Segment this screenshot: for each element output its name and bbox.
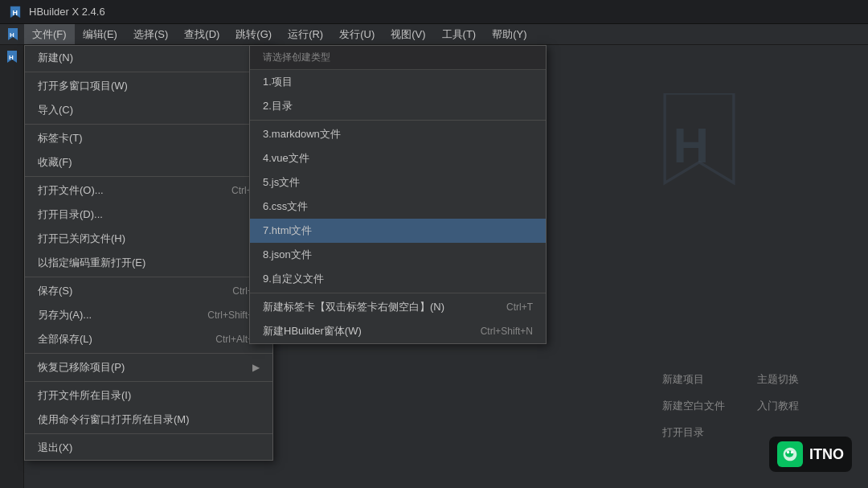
menu-logo[interactable]: H [2, 24, 24, 44]
file-menu-new-label: 新建(N) [38, 51, 73, 65]
menu-publish[interactable]: 发行(U) [331, 24, 383, 44]
new-project-btn[interactable]: 新建项目 [662, 372, 725, 387]
markdown-label: 3.markdown文件 [263, 127, 341, 141]
vue-label: 4.vue文件 [263, 151, 309, 166]
file-menu-save-all[interactable]: 全部保存(L) Ctrl+Alt+S [25, 327, 272, 351]
import-label: 导入(C) [38, 103, 73, 117]
menu-view[interactable]: 视图(V) [383, 24, 433, 44]
tab-label: 标签卡(T) [38, 131, 83, 146]
save-label: 保存(S) [38, 284, 72, 298]
file-menu-open-file[interactable]: 打开文件(O)... Ctrl+O [25, 178, 272, 203]
menu-run[interactable]: 运行(R) [280, 24, 331, 44]
file-menu-restore[interactable]: 恢复已移除项目(P) ▶ [25, 355, 272, 379]
menu-tools[interactable]: 工具(T) [434, 24, 485, 44]
open-dir-label: 打开目录(D)... [38, 207, 103, 222]
new-submenu: 请选择创建类型 1.项目 2.目录 3.markdown文件 4.vue文件 5… [249, 45, 547, 344]
file-menu-exit[interactable]: 退出(X) [25, 436, 272, 460]
submenu-directory[interactable]: 2.目录 [250, 94, 546, 118]
project-label: 1.项目 [263, 75, 293, 89]
submenu-project[interactable]: 1.项目 [250, 70, 546, 94]
svg-text:H: H [9, 54, 14, 61]
css-label: 6.css文件 [263, 199, 308, 214]
wechat-brand-text: ITNO [809, 446, 844, 463]
sep1 [25, 72, 272, 72]
submenu-html[interactable]: 7.html文件 [250, 219, 546, 243]
file-menu-open-in-explorer[interactable]: 打开文件所在目录(I) [25, 383, 272, 408]
file-menu-tab[interactable]: 标签卡(T) ▶ [25, 126, 272, 150]
sep6 [25, 381, 272, 382]
file-menu-reopen[interactable]: 以指定编码重新打开(E) ▶ [25, 251, 272, 275]
restore-label: 恢复已移除项目(P) [38, 360, 125, 375]
svg-point-8 [787, 451, 789, 453]
exit-label: 退出(X) [38, 441, 72, 455]
file-menu-save[interactable]: 保存(S) Ctrl+S [25, 279, 272, 303]
menu-help[interactable]: 帮助(Y) [484, 24, 534, 44]
submenu-new-hbuilder[interactable]: 新建HBuilder窗体(W) Ctrl+Shift+N [250, 319, 546, 343]
save-as-label: 另存为(A)... [38, 308, 92, 322]
submenu-json[interactable]: 8.json文件 [250, 243, 546, 267]
json-label: 8.json文件 [263, 248, 312, 262]
file-menu-open-closed[interactable]: 打开已关闭文件(H) ▶ [25, 227, 272, 251]
arrow-icon-8: ▶ [252, 362, 260, 373]
submenu-js[interactable]: 5.js文件 [250, 170, 546, 195]
submenu-markdown[interactable]: 3.markdown文件 [250, 122, 546, 146]
h-logo-svg: H [651, 93, 747, 190]
file-menu-save-as[interactable]: 另存为(A)... Ctrl+Shift+S [25, 303, 272, 327]
sep3 [25, 176, 272, 177]
h-logo-watermark: H [651, 93, 747, 190]
submenu-header: 请选择创建类型 [250, 46, 546, 70]
sep5 [25, 353, 272, 354]
menu-select[interactable]: 选择(S) [125, 24, 176, 44]
new-tab-shortcut: Ctrl+T [506, 301, 533, 313]
wechat-watermark: ITNO [769, 437, 852, 472]
favorites-label: 收藏(F) [38, 155, 72, 170]
new-hbuilder-label: 新建HBuilder窗体(W) [263, 324, 362, 338]
file-menu-import[interactable]: 导入(C) ▶ [25, 98, 272, 122]
svg-text:H: H [13, 9, 18, 17]
open-dir-btn[interactable]: 打开目录 [662, 425, 725, 440]
menu-file[interactable]: 文件(F) [24, 24, 75, 44]
new-tab-label: 新建标签卡【双击标签卡右侧空白】(N) [263, 300, 444, 314]
sub-sep1 [250, 120, 546, 121]
file-menu-favorites[interactable]: 收藏(F) ▶ [25, 150, 272, 174]
file-menu-open-cmd[interactable]: 使用命令行窗口打开所在目录(M) [25, 408, 272, 432]
sep4 [25, 277, 272, 277]
sep7 [25, 433, 272, 434]
file-menu-open-multi[interactable]: 打开多窗口项目(W) ▶ [25, 74, 272, 98]
file-menu-new[interactable]: 新建(N) ▶ [25, 46, 272, 70]
file-menu-open-dir[interactable]: 打开目录(D)... [25, 203, 272, 227]
app-title: HBuilder X 2.4.6 [29, 6, 105, 18]
submenu-vue[interactable]: 4.vue文件 [250, 146, 546, 170]
open-file-label: 打开文件(O)... [38, 183, 104, 198]
menu-edit[interactable]: 编辑(E) [75, 24, 125, 44]
title-bar-left: H HBuilder X 2.4.6 [8, 5, 105, 19]
custom-label: 9.自定义文件 [263, 272, 324, 286]
new-empty-file-btn[interactable]: 新建空白文件 [662, 399, 725, 413]
theme-switch-btn[interactable]: 主题切换 [757, 372, 820, 387]
menu-find[interactable]: 查找(D) [176, 24, 227, 44]
open-closed-label: 打开已关闭文件(H) [38, 232, 125, 246]
html-label: 7.html文件 [263, 223, 312, 238]
save-all-label: 全部保存(L) [38, 332, 92, 347]
js-label: 5.js文件 [263, 175, 300, 190]
menu-jump[interactable]: 跳转(G) [227, 24, 280, 44]
bottom-buttons-area: 新建项目 主题切换 新建空白文件 入门教程 打开目录 [662, 372, 820, 440]
submenu-custom[interactable]: 9.自定义文件 [250, 267, 546, 291]
hbuilder-logo: H [8, 5, 23, 19]
open-in-explorer-label: 打开文件所在目录(I) [38, 388, 131, 403]
title-bar: H HBuilder X 2.4.6 [0, 0, 868, 24]
menu-bar: H 文件(F) 编辑(E) 选择(S) 查找(D) 跳转(G) 运行(R) 发行… [0, 24, 868, 45]
sidebar-icon-1[interactable]: H [4, 49, 20, 65]
svg-text:H: H [10, 31, 14, 39]
sub-sep2 [250, 293, 546, 293]
new-hbuilder-shortcut: Ctrl+Shift+N [481, 326, 533, 337]
submenu-css[interactable]: 6.css文件 [250, 195, 546, 219]
open-multi-label: 打开多窗口项目(W) [38, 79, 128, 93]
reopen-label: 以指定编码重新打开(E) [38, 256, 145, 270]
submenu-new-tab[interactable]: 新建标签卡【双击标签卡右侧空白】(N) Ctrl+T [250, 295, 546, 319]
file-menu-dropdown: 新建(N) ▶ 打开多窗口项目(W) ▶ 导入(C) ▶ 标签卡(T) ▶ 收藏… [24, 45, 273, 461]
sep2 [25, 124, 272, 125]
sidebar: H [0, 45, 24, 488]
tutorial-btn[interactable]: 入门教程 [757, 399, 820, 413]
svg-text:H: H [673, 117, 709, 173]
